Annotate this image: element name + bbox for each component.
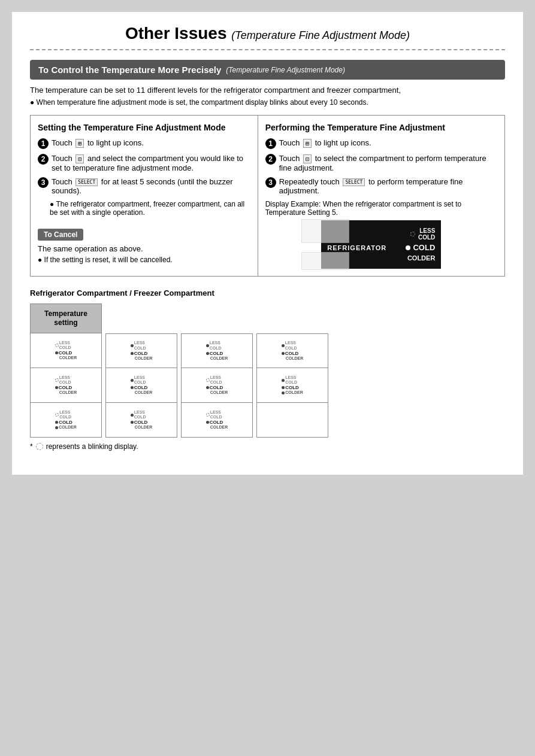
section-header: To Control the Temperature More Precisel…: [30, 60, 505, 80]
mini-display-3-2: LESSCOLD COLD COLDER: [204, 374, 230, 396]
table-cell-4-2: LESSCOLD COLD COLDER: [256, 368, 328, 403]
blink-note-text: represents a blinking display.: [46, 442, 138, 451]
mini-display-4-2: LESSCOLD COLD COLDER: [280, 374, 305, 396]
left-step-3: 3 Touch SELECT for at least 5 seconds (u…: [38, 177, 250, 195]
blink-circle-icon: [36, 443, 43, 450]
bottom-title: Refrigerator Compartment / Freezer Compa…: [30, 289, 505, 297]
less-cold-dot: [410, 232, 415, 236]
refrigerator-label: REFRIGERATOR: [327, 244, 386, 251]
r-grid-icon: ⊞: [303, 139, 312, 148]
to-cancel-label: To Cancel: [38, 229, 83, 241]
temperature-table: Temperaturesetting LESSCOLD COLD COLDER …: [30, 303, 505, 438]
cold-dot: [406, 245, 410, 250]
left-step-1: 1 Touch ⊞ to light up icons.: [38, 138, 250, 149]
right-col-title: Performing the Temperature Fine Adjustme…: [265, 123, 497, 132]
right-step-2-text: Touch ⊡ to select the compartment to per…: [279, 154, 497, 172]
asterisk: *: [30, 442, 33, 451]
table-cell-3-2: LESSCOLD COLD COLDER: [181, 368, 253, 403]
bottom-section: Refrigerator Compartment / Freezer Compa…: [30, 289, 505, 451]
section-header-sub: (Temperature Fine Adjustment Mode): [226, 66, 345, 74]
mini-display-2-1: LESSCOLD COLD COLDER: [129, 339, 155, 362]
mini-display-3-3: LESSCOLD COLD COLDER: [204, 409, 230, 431]
step-num-2: 2: [38, 154, 49, 165]
bullet-1: The refrigerator compartment, freezer co…: [50, 200, 250, 217]
intro-note: When temperature fine adjustment mode is…: [30, 98, 505, 107]
table-cell-2-3: LESSCOLD COLD COLDER: [105, 403, 177, 438]
left-column: Setting the Temperature Fine Adjustment …: [31, 116, 258, 276]
select-icon-1: SELECT: [75, 178, 98, 186]
cancel-note: If the setting is reset, it will be canc…: [38, 256, 250, 264]
display-example-label: Display Example: When the refrigerator c…: [265, 200, 497, 217]
step-2-text: Touch ⊡ and select the compartment you w…: [52, 154, 250, 172]
table-cell-3-1: LESSCOLD COLD COLDER: [181, 333, 253, 368]
left-bullets: The refrigerator compartment, freezer co…: [50, 200, 250, 217]
cancel-text: The same operation as above.: [38, 244, 250, 253]
table-cell-2-2: LESSCOLD COLD COLDER: [105, 368, 177, 403]
less-cold-label: LESSCOLD: [418, 227, 435, 241]
table-col-2: LESSCOLD COLD COLDER LESSCOLD COLD COLDE…: [105, 303, 177, 438]
right-column: Performing the Temperature Fine Adjustme…: [258, 116, 504, 276]
col-4-header: [256, 303, 328, 333]
step-3-text: Touch SELECT for at least 5 seconds (unt…: [52, 177, 250, 195]
table-cell-1-1: LESSCOLD COLD COLDER: [30, 333, 102, 368]
left-step-2: 2 Touch ⊡ and select the compartment you…: [38, 154, 250, 172]
step-num-3: 3: [38, 177, 49, 188]
mini-display-4-1: LESSCOLD COLD COLDER: [280, 339, 306, 362]
mini-dot-2: [55, 351, 58, 354]
step-num-1: 1: [38, 138, 49, 149]
fridge-display-area: LESSCOLD REFRIGERATOR COLD COLDER: [265, 220, 497, 269]
right-step-num-2: 2: [265, 154, 276, 165]
table-col-1: Temperaturesetting LESSCOLD COLD COLDER …: [30, 303, 102, 438]
right-step-1: 1 Touch ⊞ to light up icons.: [265, 138, 497, 149]
left-col-title: Setting the Temperature Fine Adjustment …: [38, 123, 250, 132]
right-step-1-text: Touch ⊞ to light up icons.: [279, 138, 371, 148]
right-step-3: 3 Repeatedly touch SELECT to perform tem…: [265, 177, 497, 195]
table-cell-1-2: LESSCOLD COLD COLDER: [30, 368, 102, 403]
mini-dot-1: [55, 344, 59, 347]
divider: [30, 49, 505, 50]
mini-display-2-2: LESSCOLD COLD COLDER: [129, 374, 155, 396]
table-cell-3-3: LESSCOLD COLD COLDER: [181, 403, 253, 438]
compartment-icon-1: ⊡: [75, 154, 84, 163]
right-step-num-1: 1: [265, 138, 276, 149]
mini-display-3-1: LESSCOLD COLD COLDER: [204, 339, 230, 362]
grid-icon-1: ⊞: [75, 139, 84, 148]
table-cell-4-3: [256, 403, 328, 438]
r-compartment-icon: ⊡: [303, 154, 312, 163]
page-title: Other Issues (Temperature Fine Adjustmen…: [30, 24, 505, 43]
right-step-num-3: 3: [265, 177, 276, 188]
cold-section: COLD: [406, 243, 435, 252]
two-column-section: Setting the Temperature Fine Adjustment …: [30, 115, 505, 277]
table-cell-2-1: LESSCOLD COLD COLDER: [105, 333, 177, 368]
page-container: Other Issues (Temperature Fine Adjustmen…: [12, 12, 523, 475]
mini-display-1-2: LESSCOLD COLD COLDER: [53, 374, 79, 396]
right-step-2: 2 Touch ⊡ to select the compartment to p…: [265, 154, 497, 172]
col-header: Temperaturesetting: [30, 303, 102, 333]
table-col-3: LESSCOLD COLD COLDER LESSCOLD COLD COLDE…: [181, 303, 253, 438]
step-1-text: Touch ⊞ to light up icons.: [52, 138, 144, 148]
mini-display-1-1: LESSCOLD COLD COLDER: [53, 339, 79, 362]
col-3-header: [181, 303, 253, 333]
blink-note: * represents a blinking display.: [30, 442, 505, 451]
table-cell-4-1: LESSCOLD COLD COLDER: [256, 333, 328, 368]
refrigerator-cold-row: REFRIGERATOR COLD: [327, 243, 435, 252]
table-cell-1-3: LESSCOLD COLD COLDER: [30, 403, 102, 438]
r-select-icon: SELECT: [343, 178, 365, 186]
intro-text: The temperature can be set to 11 differe…: [30, 86, 505, 95]
mini-display-2-3: LESSCOLD COLD COLDER: [129, 409, 155, 431]
col-2-header: [105, 303, 177, 333]
table-col-4: LESSCOLD COLD COLDER LESSCOLD COLD COLDE…: [256, 303, 328, 438]
cold-label: COLD: [413, 243, 435, 252]
section-header-main: To Control the Temperature More Precisel…: [38, 65, 221, 75]
colder-label: COLDER: [407, 254, 435, 262]
mini-display-1-3: LESSCOLD COLD COLDER: [53, 409, 78, 431]
right-step-3-text: Repeatedly touch SELECT to perform tempe…: [279, 177, 497, 195]
